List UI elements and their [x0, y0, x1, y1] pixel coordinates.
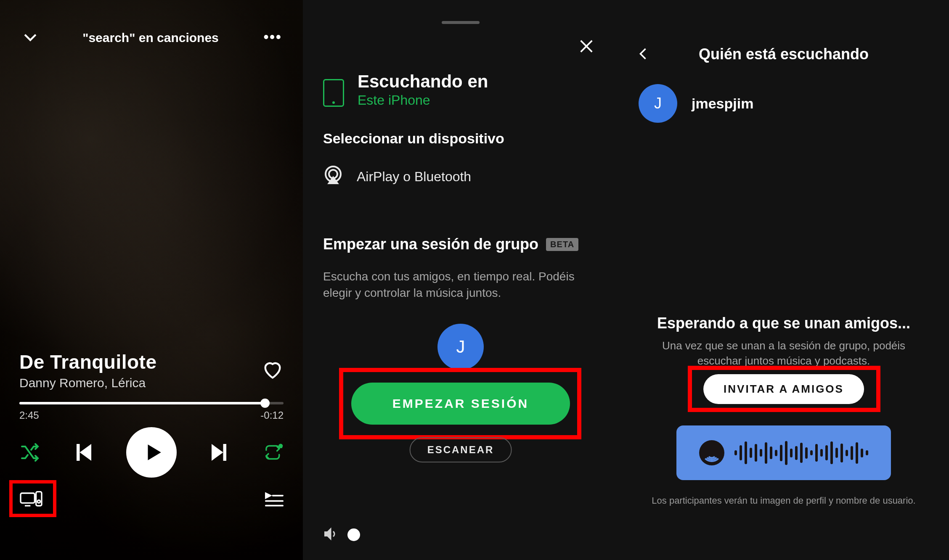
listening-on-label: Escuchando en [358, 71, 488, 92]
time-elapsed: 2:45 [19, 409, 39, 421]
participant-username: jmespjim [692, 95, 753, 112]
collapse-icon[interactable] [21, 28, 40, 48]
svg-marker-15 [325, 529, 331, 539]
svg-rect-2 [21, 493, 34, 503]
svg-text:1: 1 [280, 444, 282, 448]
queue-button[interactable] [265, 492, 284, 508]
like-button[interactable] [262, 359, 284, 382]
spotify-code-bars [734, 440, 868, 465]
previous-button[interactable] [70, 440, 95, 465]
devices-button[interactable] [19, 491, 43, 510]
track-artist: Danny Romero, Lérica [19, 376, 156, 390]
close-button[interactable] [578, 38, 598, 58]
svg-point-5 [37, 500, 40, 503]
airplay-bluetooth-option[interactable]: AirPlay o Bluetooth [323, 165, 471, 188]
track-info: De Tranquilote Danny Romero, Lérica [19, 351, 284, 390]
waiting-description: Una vez que se unan a la sesión de grupo… [642, 338, 925, 369]
participant-avatar: J [639, 84, 677, 123]
airplay-label: AirPlay o Bluetooth [357, 169, 471, 185]
invite-friends-button[interactable]: INVITAR A AMIGOS [703, 374, 864, 404]
track-title: De Tranquilote [19, 351, 156, 373]
time-remaining: -0:12 [260, 409, 284, 421]
page-title: Quién está escuchando [618, 45, 949, 63]
volume-icon [323, 526, 338, 543]
group-session-heading: Empezar una sesión de grupo [323, 235, 538, 253]
play-button[interactable] [126, 427, 177, 478]
progress-knob[interactable] [260, 399, 270, 408]
svg-marker-6 [266, 493, 270, 498]
volume-knob[interactable] [347, 528, 360, 541]
phone-icon [323, 79, 344, 107]
volume-control[interactable] [323, 526, 360, 543]
spotify-logo-icon [699, 440, 724, 465]
shuffle-button[interactable] [19, 442, 40, 462]
context-title: "search" en canciones [40, 31, 262, 45]
playback-controls: 1 [19, 427, 284, 478]
participant-row: J jmespjim [639, 84, 753, 123]
start-session-button[interactable]: EMPEZAR SESIÓN [351, 383, 570, 425]
now-playing-topbar: "search" en canciones ••• [0, 21, 303, 55]
svg-marker-14 [329, 177, 337, 183]
select-device-heading: Seleccionar un dispositivo [323, 130, 504, 147]
device-picker-sheet: Escuchando en Este iPhone Seleccionar un… [303, 0, 618, 560]
user-avatar: J [437, 324, 484, 370]
current-device: Este iPhone [358, 92, 488, 108]
progress-bar[interactable]: 2:45 -0:12 [19, 402, 284, 421]
spotify-code[interactable] [676, 425, 891, 480]
group-session-description: Escucha con tus amigos, en tiempo real. … [323, 268, 593, 301]
sheet-grab-handle[interactable] [442, 21, 480, 24]
airplay-icon [323, 165, 343, 188]
beta-badge: BETA [546, 238, 578, 251]
now-playing-screen: "search" en canciones ••• De Tranquilote… [0, 0, 303, 560]
scan-button[interactable]: ESCANEAR [410, 437, 512, 462]
next-button[interactable] [207, 440, 233, 465]
group-session-screen: Quién está escuchando J jmespjim Esperan… [618, 0, 949, 560]
disclaimer-text: Los participantes verán tu imagen de per… [618, 495, 949, 506]
waiting-heading: Esperando a que se unan amigos... [618, 314, 949, 332]
more-options-icon[interactable]: ••• [262, 32, 282, 44]
repeat-one-button[interactable]: 1 [263, 442, 284, 462]
